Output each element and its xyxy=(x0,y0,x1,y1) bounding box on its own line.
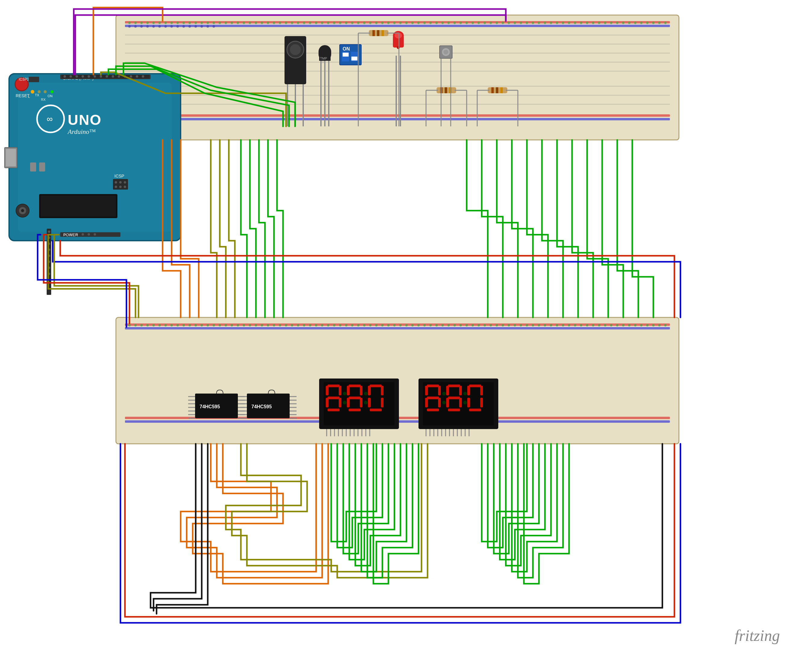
svg-point-238 xyxy=(124,75,126,78)
svg-text:POWER: POWER xyxy=(63,233,78,237)
svg-point-178 xyxy=(453,324,456,326)
svg-rect-11 xyxy=(125,86,670,87)
svg-rect-214 xyxy=(9,74,181,241)
svg-point-278 xyxy=(48,242,50,245)
svg-point-150 xyxy=(285,324,287,326)
svg-point-101 xyxy=(652,22,655,24)
svg-point-206 xyxy=(622,324,624,326)
svg-rect-369 xyxy=(319,378,399,429)
fritzing-watermark: fritzing xyxy=(735,627,780,644)
seg-display-1 xyxy=(319,378,399,436)
svg-point-57 xyxy=(387,22,389,24)
svg-point-21 xyxy=(170,22,173,24)
svg-point-163 xyxy=(363,324,365,326)
svg-point-216 xyxy=(15,78,28,91)
svg-text:Arduino™: Arduino™ xyxy=(67,128,96,136)
svg-point-59 xyxy=(399,22,401,24)
svg-rect-9 xyxy=(125,62,670,62)
svg-text:ANALOG IN: ANALOG IN xyxy=(63,233,85,237)
svg-rect-319 xyxy=(449,87,452,93)
svg-point-35 xyxy=(255,22,257,24)
svg-rect-317 xyxy=(440,87,443,93)
potentiometer xyxy=(284,36,306,126)
svg-point-45 xyxy=(315,22,317,24)
svg-point-137 xyxy=(206,324,209,326)
svg-point-82 xyxy=(538,22,540,24)
svg-point-186 xyxy=(502,324,504,326)
svg-rect-420 xyxy=(448,408,460,411)
svg-text:TMP: TMP xyxy=(320,56,327,60)
svg-rect-432 xyxy=(480,398,483,407)
svg-point-231 xyxy=(82,75,84,78)
svg-point-164 xyxy=(369,324,371,326)
svg-point-147 xyxy=(267,324,269,326)
svg-rect-0 xyxy=(0,0,812,649)
svg-point-90 xyxy=(586,22,588,24)
svg-point-189 xyxy=(520,324,522,326)
svg-point-65 xyxy=(435,22,438,24)
svg-point-97 xyxy=(628,22,630,24)
svg-point-142 xyxy=(237,324,239,326)
svg-point-213 xyxy=(664,324,667,326)
svg-point-248 xyxy=(88,233,90,236)
svg-point-26 xyxy=(200,22,203,24)
resistor-3 xyxy=(477,87,518,126)
svg-point-240 xyxy=(136,75,138,78)
svg-point-85 xyxy=(556,22,558,24)
svg-point-17 xyxy=(147,22,149,24)
svg-point-241 xyxy=(142,75,144,78)
svg-point-285 xyxy=(287,41,304,58)
svg-point-138 xyxy=(212,324,215,326)
svg-point-32 xyxy=(237,22,239,24)
svg-point-79 xyxy=(520,22,522,24)
svg-point-41 xyxy=(291,22,293,24)
svg-point-259 xyxy=(44,90,47,93)
svg-rect-227 xyxy=(62,75,149,78)
svg-rect-3 xyxy=(125,25,670,27)
svg-point-183 xyxy=(484,324,486,326)
svg-point-197 xyxy=(568,324,570,326)
svg-point-102 xyxy=(658,22,661,24)
svg-point-53 xyxy=(363,22,365,24)
ic-74hc595-1: 74HC595 xyxy=(188,390,245,418)
svg-point-18 xyxy=(152,22,155,24)
svg-point-266 xyxy=(119,181,122,184)
svg-point-283 xyxy=(48,273,50,275)
svg-rect-392 xyxy=(368,398,371,407)
svg-point-125 xyxy=(134,324,137,326)
svg-rect-353 xyxy=(247,393,290,418)
svg-rect-337 xyxy=(195,393,238,418)
svg-point-159 xyxy=(339,324,342,326)
svg-point-281 xyxy=(48,261,50,263)
svg-point-416 xyxy=(442,392,446,395)
svg-rect-310 xyxy=(377,30,379,36)
svg-point-71 xyxy=(472,22,474,24)
svg-point-151 xyxy=(291,324,293,326)
svg-point-184 xyxy=(490,324,492,326)
svg-point-89 xyxy=(580,22,582,24)
svg-rect-413 xyxy=(425,398,428,407)
svg-point-22 xyxy=(176,22,179,24)
svg-rect-264 xyxy=(113,179,128,190)
svg-rect-374 xyxy=(326,386,328,395)
svg-point-81 xyxy=(532,22,534,24)
svg-point-42 xyxy=(297,22,299,24)
svg-rect-298 xyxy=(342,52,349,61)
svg-rect-394 xyxy=(381,398,383,407)
svg-point-36 xyxy=(261,22,263,24)
svg-point-136 xyxy=(200,324,203,326)
svg-point-100 xyxy=(646,22,649,24)
svg-rect-421 xyxy=(446,386,449,395)
svg-point-190 xyxy=(526,324,528,326)
svg-point-230 xyxy=(76,75,78,78)
svg-rect-380 xyxy=(349,384,361,387)
svg-point-94 xyxy=(610,22,612,24)
led-red xyxy=(393,31,404,126)
svg-point-44 xyxy=(309,22,311,24)
svg-point-246 xyxy=(76,233,78,236)
svg-point-144 xyxy=(249,324,251,326)
svg-rect-290 xyxy=(319,45,331,61)
svg-point-50 xyxy=(345,22,348,24)
svg-rect-373 xyxy=(328,408,340,411)
svg-rect-408 xyxy=(423,382,494,425)
